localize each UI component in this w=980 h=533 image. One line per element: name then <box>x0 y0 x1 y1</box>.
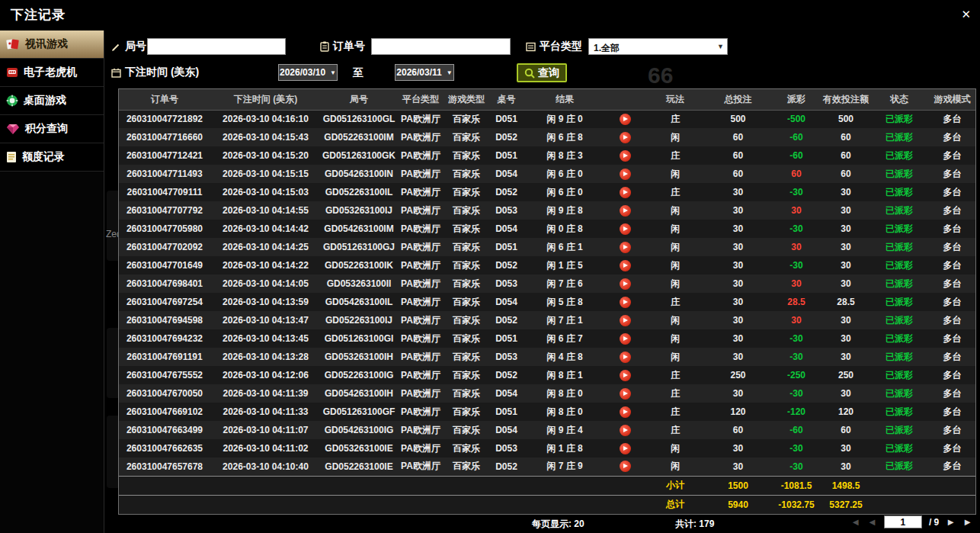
sidebar-item-slots[interactable]: 电子老虎机 <box>0 59 104 87</box>
replay-play-icon[interactable] <box>620 132 631 143</box>
cell-game-type: 百家乐 <box>444 275 488 293</box>
cell-result: 闲 9 庄 8 <box>524 201 605 220</box>
first-page-icon[interactable]: ◄ <box>850 516 860 528</box>
column-header: 派彩 <box>770 89 822 110</box>
cell-round-number: GD052263100IL <box>321 183 397 201</box>
cell-order-number: 260310047657678 <box>119 458 210 476</box>
replay-play-icon[interactable] <box>620 114 631 125</box>
cell-table-number: D051 <box>488 238 524 256</box>
header-row: 订单号下注时间 (美东)局号平台类型游戏类型桌号结果玩法总投注派彩有效投注额状态… <box>119 89 975 110</box>
table-row: 260310047691191 2026-03-10 04:13:28 GD05… <box>119 348 975 366</box>
cell-round-number: GD052263100IK <box>321 256 397 275</box>
round-number-input[interactable] <box>147 38 286 55</box>
background-number: 66 <box>648 63 673 88</box>
replay-play-icon[interactable] <box>620 169 631 180</box>
cell-game-type: 百家乐 <box>444 165 488 183</box>
cell-game-mode: 多台 <box>929 403 975 421</box>
cell-valid-bet: 30 <box>822 311 870 329</box>
replay-play-icon[interactable] <box>620 333 631 345</box>
prev-page-icon[interactable]: ◄ <box>867 516 877 528</box>
page-number-input[interactable] <box>884 515 922 528</box>
cell-bet-time: 2026-03-10 04:11:39 <box>210 384 321 403</box>
cell-status: 已派彩 <box>870 275 929 293</box>
cell-payout: -30 <box>770 183 822 201</box>
cell-play-type: 闲 <box>645 220 706 238</box>
cell-platform: PA欧洲厅 <box>397 421 444 439</box>
cell-bet-time: 2026-03-10 04:11:02 <box>210 439 321 458</box>
cell-valid-bet: 250 <box>822 366 870 384</box>
cell-order-number: 260310047721892 <box>119 110 210 128</box>
cell-valid-bet: 30 <box>822 439 870 458</box>
replay-play-icon[interactable] <box>620 406 631 418</box>
cell-round-number: GD054263100IM <box>321 220 397 238</box>
table-row: 260310047698401 2026-03-10 04:14:05 GD05… <box>119 275 975 293</box>
cell-game-type: 百家乐 <box>444 348 488 366</box>
replay-play-icon[interactable] <box>620 278 631 290</box>
replay-play-icon[interactable] <box>620 443 631 454</box>
cell-payout: -30 <box>770 256 822 275</box>
platform-type-select[interactable]: 1.全部 ▼ <box>588 38 728 55</box>
cell-order-number: 260310047697254 <box>119 293 210 311</box>
cell-payout: -30 <box>770 458 822 476</box>
cell-status: 已派彩 <box>870 329 929 348</box>
close-icon[interactable]: ✕ <box>961 8 971 21</box>
replay-play-icon[interactable] <box>620 388 631 400</box>
replay-play-icon[interactable] <box>620 352 631 363</box>
replay-play-icon[interactable] <box>620 260 631 271</box>
cell-status: 已派彩 <box>870 403 929 421</box>
cell-game-type: 百家乐 <box>444 256 488 275</box>
cell-game-mode: 多台 <box>929 256 975 275</box>
cell-valid-bet: 500 <box>822 110 870 128</box>
cell-total-bet: 250 <box>706 366 770 384</box>
cell-game-type: 百家乐 <box>444 183 488 201</box>
table-row: 260310047663499 2026-03-10 04:11:07 GD05… <box>119 421 975 439</box>
search-button[interactable]: 查询 <box>517 63 567 82</box>
cell-status: 已派彩 <box>870 384 929 403</box>
calendar-icon <box>111 68 121 78</box>
sidebar-item-quota-records[interactable]: 额度记录 <box>0 143 104 172</box>
replay-play-icon[interactable] <box>620 205 631 217</box>
replay-play-icon[interactable] <box>620 425 631 436</box>
order-number-input[interactable] <box>371 38 511 55</box>
replay-play-icon[interactable] <box>620 370 631 381</box>
cell-play-type: 闲 <box>645 311 706 329</box>
sidebar-item-points[interactable]: 积分查询 <box>0 115 104 143</box>
date-from-value: 2026/03/10 <box>280 67 325 78</box>
date-from-dropdown[interactable]: 2026/03/10 ▼ <box>278 64 338 81</box>
cell-order-number: 260310047694232 <box>119 329 210 348</box>
cell-status: 已派彩 <box>870 220 929 238</box>
cell-platform: PA欧洲厅 <box>397 348 444 366</box>
cell-status: 已派彩 <box>870 165 929 183</box>
cell-total-bet: 30 <box>706 384 770 403</box>
replay-play-icon[interactable] <box>620 315 631 326</box>
replay-play-icon[interactable] <box>620 297 631 308</box>
chevron-down-icon: ▼ <box>717 43 724 50</box>
cell-order-number: 260310047694598 <box>119 311 210 329</box>
per-page-label: 每页显示: 20 <box>532 518 584 531</box>
replay-play-icon[interactable] <box>620 150 631 162</box>
column-header: 订单号 <box>119 89 210 110</box>
sidebar-item-live-games[interactable]: 视讯游戏 <box>0 31 104 59</box>
cell-table-number: D054 <box>488 293 524 311</box>
cell-play-type: 闲 <box>645 439 706 458</box>
replay-play-icon[interactable] <box>620 187 631 198</box>
date-to-dropdown[interactable]: 2026/03/11 ▼ <box>395 64 454 81</box>
cell-result: 闲 6 庄 0 <box>524 183 605 201</box>
next-page-icon[interactable]: ► <box>946 516 956 528</box>
cell-platform: PA欧洲厅 <box>397 403 444 421</box>
replay-play-icon[interactable] <box>620 223 631 235</box>
cell-order-number: 260310047709111 <box>119 183 210 201</box>
cell-table-number: D051 <box>488 110 524 128</box>
cell-payout: 30 <box>770 201 822 220</box>
cell-round-number: GD051263100GL <box>321 110 397 128</box>
sidebar-item-table-games[interactable]: 桌面游戏 <box>0 87 104 115</box>
table-row: 260310047701649 2026-03-10 04:14:22 GD05… <box>119 256 975 275</box>
replay-play-icon[interactable] <box>620 461 631 472</box>
cell-total-bet: 30 <box>706 275 770 293</box>
replay-play-icon[interactable] <box>620 242 631 253</box>
cell-platform: PA欧洲厅 <box>397 256 444 275</box>
cell-total-bet: 30 <box>706 348 770 366</box>
last-page-icon[interactable]: ► <box>962 516 972 528</box>
cell-order-number: 260310047702092 <box>119 238 210 256</box>
cell-result: 闲 9 庄 4 <box>524 421 605 439</box>
